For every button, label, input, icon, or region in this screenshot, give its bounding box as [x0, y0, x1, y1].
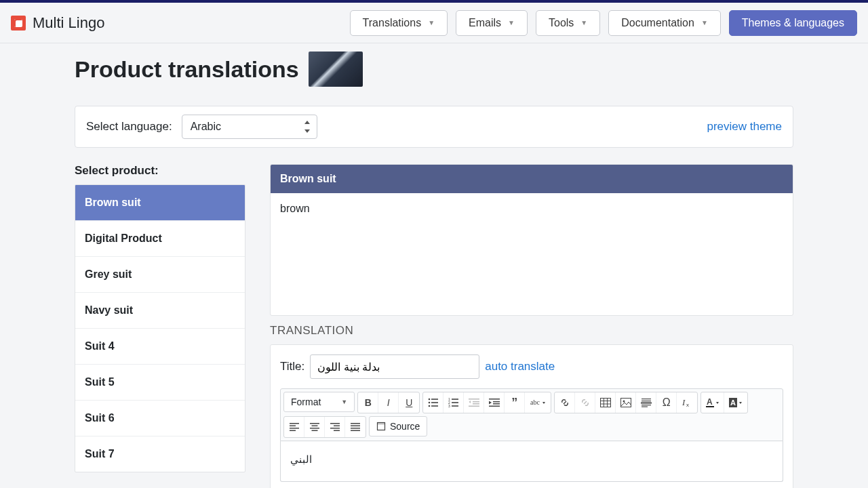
- svg-rect-15: [473, 403, 479, 405]
- svg-marker-40: [716, 402, 719, 404]
- special-char-button[interactable]: Ω: [656, 392, 677, 413]
- title-row: Title: auto translate: [280, 354, 783, 379]
- select-product-label: Select product:: [75, 164, 245, 178]
- auto-translate-link[interactable]: auto translate: [485, 360, 555, 373]
- product-item-brown-suit[interactable]: Brown suit: [75, 185, 245, 221]
- svg-point-4: [428, 405, 430, 407]
- caret-down-icon: ▼: [428, 19, 435, 26]
- nav-themes-label: Themes & languages: [742, 17, 844, 29]
- content: Brown suit brown TRANSLATION Title: auto…: [270, 164, 793, 488]
- svg-rect-24: [600, 399, 610, 407]
- align-center-button[interactable]: [304, 417, 325, 437]
- svg-rect-44: [290, 423, 299, 424]
- preview-theme-link[interactable]: preview theme: [707, 120, 782, 134]
- nav-tools[interactable]: Tools ▼: [536, 10, 600, 36]
- source-button[interactable]: Source: [369, 416, 427, 436]
- align-right-button[interactable]: [325, 417, 345, 437]
- svg-rect-9: [452, 402, 458, 403]
- numbered-list-button[interactable]: 123: [443, 392, 464, 413]
- svg-rect-32: [642, 401, 651, 401]
- svg-rect-61: [378, 423, 385, 425]
- svg-rect-57: [351, 426, 360, 427]
- align-justify-button[interactable]: [345, 417, 366, 437]
- nav-emails[interactable]: Emails ▼: [456, 10, 528, 36]
- product-item-suit-6[interactable]: Suit 6: [75, 401, 245, 436]
- format-select[interactable]: Format ▼: [283, 392, 355, 412]
- navbar: Multi Lingo Translations ▼ Emails ▼ Tool…: [0, 3, 868, 43]
- product-thumbnail: [309, 52, 363, 87]
- bullet-list-button[interactable]: [423, 392, 443, 413]
- svg-rect-54: [330, 428, 340, 429]
- svg-rect-14: [473, 401, 479, 403]
- title-input[interactable]: [310, 354, 479, 379]
- nav-right: Translations ▼ Emails ▼ Tools ▼ Document…: [350, 10, 857, 36]
- svg-rect-11: [452, 405, 458, 407]
- nav-translations[interactable]: Translations ▼: [350, 10, 448, 36]
- nav-documentation[interactable]: Documentation ▼: [608, 10, 721, 36]
- background-color-button[interactable]: A: [724, 392, 747, 413]
- styles-dropdown-button[interactable]: abc: [525, 392, 551, 413]
- sidebar: Select product: Brown suit Digital Produ…: [75, 164, 245, 472]
- svg-rect-39: [706, 406, 714, 407]
- svg-rect-58: [351, 428, 360, 429]
- product-item-suit-7[interactable]: Suit 7: [75, 436, 245, 472]
- language-select-value: Arabic: [191, 121, 221, 133]
- nav-documentation-label: Documentation: [621, 17, 694, 29]
- caret-down-icon: ▼: [701, 19, 708, 26]
- italic-button[interactable]: I: [378, 392, 399, 413]
- outdent-button[interactable]: [464, 392, 484, 413]
- bold-button[interactable]: B: [358, 392, 378, 413]
- nav-themes-languages[interactable]: Themes & languages: [729, 10, 857, 36]
- svg-rect-59: [351, 430, 360, 432]
- svg-point-0: [428, 399, 430, 401]
- product-item-navy-suit[interactable]: Navy suit: [75, 293, 245, 329]
- source-panel: Brown suit brown: [270, 164, 793, 316]
- nav-emails-label: Emails: [469, 17, 501, 29]
- svg-rect-48: [310, 423, 319, 424]
- svg-rect-50: [310, 428, 319, 429]
- product-item-grey-suit[interactable]: Grey suit: [75, 257, 245, 293]
- align-group: [283, 416, 366, 438]
- product-item-suit-5[interactable]: Suit 5: [75, 365, 245, 401]
- horizontal-rule-button[interactable]: [636, 392, 656, 413]
- svg-marker-18: [489, 401, 492, 405]
- svg-rect-35: [642, 407, 648, 407]
- caret-down-icon: ▼: [508, 19, 515, 26]
- remove-format-button[interactable]: Ix: [677, 392, 697, 413]
- svg-rect-12: [469, 399, 479, 400]
- source-button-label: Source: [390, 421, 420, 432]
- image-button[interactable]: [616, 392, 636, 413]
- svg-rect-52: [330, 423, 340, 424]
- svg-text:A: A: [707, 397, 713, 407]
- indent-button[interactable]: [484, 392, 505, 413]
- format-select-label: Format: [291, 396, 321, 407]
- page-head: Product translations: [75, 52, 793, 87]
- table-button[interactable]: [595, 392, 616, 413]
- svg-rect-16: [469, 406, 479, 407]
- color-group: A A: [701, 392, 748, 413]
- list-group: 123 ” abc: [422, 392, 551, 413]
- svg-rect-31: [642, 399, 651, 399]
- underline-button[interactable]: U: [399, 392, 419, 413]
- svg-rect-34: [642, 405, 651, 405]
- editor-content[interactable]: البني: [280, 441, 783, 482]
- text-color-button[interactable]: A: [701, 392, 724, 413]
- page-title: Product translations: [75, 56, 299, 83]
- product-list: Brown suit Digital Product Grey suit Nav…: [75, 184, 245, 472]
- svg-rect-49: [311, 426, 317, 427]
- svg-rect-5: [431, 405, 438, 407]
- link-button[interactable]: [555, 392, 575, 413]
- svg-point-2: [428, 402, 430, 404]
- product-item-digital-product[interactable]: Digital Product: [75, 221, 245, 257]
- unlink-button[interactable]: [575, 392, 595, 413]
- blockquote-button[interactable]: ”: [505, 392, 525, 413]
- svg-rect-1: [431, 399, 438, 400]
- app-logo-icon: [11, 16, 26, 30]
- language-select[interactable]: Arabic: [182, 115, 317, 139]
- product-item-suit-4[interactable]: Suit 4: [75, 329, 245, 365]
- language-bar-left: Select language: Arabic: [86, 115, 317, 139]
- language-bar: Select language: Arabic preview theme: [75, 106, 793, 148]
- svg-rect-53: [334, 426, 340, 427]
- align-left-button[interactable]: [284, 417, 304, 437]
- svg-text:I: I: [682, 397, 686, 407]
